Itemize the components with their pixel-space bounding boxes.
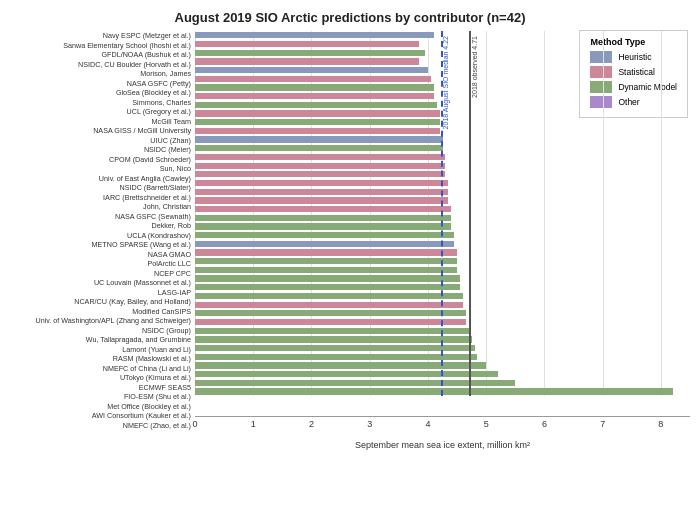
x-tick-label: 7 [600,419,605,429]
x-tick-label: 3 [367,419,372,429]
bar [195,267,457,273]
bar [195,328,469,334]
y-axis-label: Lamont (Yuan and Li) [10,345,195,355]
y-axis-label: NCEP CPC [10,269,195,279]
y-axis-label: Modified CanSIPS [10,307,195,317]
y-axis-label: NCAR/CU (Kay, Bailey, and Holland) [10,297,195,307]
y-axis-label: McGill Team [10,117,195,127]
y-axis-label: Simmons, Charles [10,98,195,108]
y-axis-label: UCLA (Kondrashov) [10,231,195,241]
y-axis-label: Wu, Tallapragada, and Grumbine [10,335,195,345]
y-axis-label: METNO SPARSE (Wang et al.) [10,240,195,250]
y-axis-label: NMEFC of China (Li and Li) [10,364,195,374]
bar [195,215,451,221]
y-axis-label: ECMWF SEAS5 [10,383,195,393]
bar [195,319,466,325]
x-axis-label: September mean sea ice extent, million k… [195,438,690,450]
x-tick-label: 1 [251,419,256,429]
bar [195,293,463,299]
bar [195,336,472,342]
bar [195,102,437,108]
bar [195,380,515,386]
bar [195,241,454,247]
chart-container: August 2019 SIO Arctic predictions by co… [0,0,700,509]
x-tick-label: 4 [425,419,430,429]
x-tick-label: 2 [309,419,314,429]
bar [195,371,498,377]
bar [195,93,434,99]
bar [195,110,440,116]
y-axis-label: Dekker, Rob [10,221,195,231]
y-axis-label: RASM (Maslowski et al.) [10,354,195,364]
x-tick-label: 8 [658,419,663,429]
y-axis-label: NASA GSFC (Sewnath) [10,212,195,222]
bar [195,206,451,212]
x-tick-label: 5 [484,419,489,429]
x-tick-label: 6 [542,419,547,429]
y-axis-label: GloSea (Blockley et al.) [10,88,195,98]
bar [195,136,443,142]
y-axis-label: NSIDC, CU Boulder (Horvath et al.) [10,60,195,70]
bar [195,354,477,360]
y-axis-label: Morison, James [10,69,195,79]
bar [195,345,475,351]
bar [195,197,448,203]
y-axis-label: UCL (Gregory et al.) [10,107,195,117]
bar [195,154,445,160]
y-axis-label: NMEFC (Zhao, et al.) [10,421,195,431]
y-axis-label: CPOM (David Schroeder) [10,155,195,165]
y-axis-label: Univ. of East Anglia (Cawley) [10,174,195,184]
bar [195,50,425,56]
bars-and-grid: 2018 observed 4.71 2018 August SIO media… [195,31,690,416]
bar [195,310,466,316]
bar [195,119,440,125]
bar [195,32,434,38]
y-axis-label: UTokyo (Kimura et al.) [10,373,195,383]
chart-title: August 2019 SIO Arctic predictions by co… [10,10,690,25]
bar [195,258,457,264]
bar [195,388,673,394]
bar [195,302,463,308]
y-axis-label: IARC (Brettschneider et al.) [10,193,195,203]
bar [195,84,434,90]
bar [195,284,460,290]
bar [195,232,454,238]
x-axis: 012345678 [195,416,690,436]
bar [195,163,445,169]
bar [195,58,419,64]
y-axis-label: Univ. of Washington/APL (Zhang and Schwe… [10,316,195,326]
bar [195,180,448,186]
y-axis-label: Sanwa Elementary School (Ihoshi et al.) [10,41,195,51]
y-axis-label: UC Louvain (Massonnet et al.) [10,278,195,288]
chart-area: Navy ESPC (Metzger et al.)Sanwa Elementa… [10,31,690,450]
y-axis-label: PolArctic LLC [10,259,195,269]
y-axis-label: NSIDC (Meier) [10,145,195,155]
y-axis-label: Met Office (Blockley et al.) [10,402,195,412]
y-axis-label: LASG-IAP [10,288,195,298]
bar [195,145,443,151]
bar [195,67,428,73]
y-axis-label: NSIDC (Barrett/Slater) [10,183,195,193]
bar [195,189,448,195]
y-axis-labels: Navy ESPC (Metzger et al.)Sanwa Elementa… [10,31,195,450]
y-axis-label: Sun, Nico [10,164,195,174]
bar [195,275,460,281]
bar [195,171,445,177]
plot-area: 2018 observed 4.71 2018 August SIO media… [195,31,690,450]
y-axis-label: UIUC (Zhan) [10,136,195,146]
y-axis-label: NASA GSFC (Petty) [10,79,195,89]
y-axis-label: John, Christian [10,202,195,212]
y-axis-label: AWI Consortium (Kauker et al.) [10,411,195,421]
y-axis-label: GFDL/NOAA (Bushuk et al.) [10,50,195,60]
y-axis-label: NASA GMAO [10,250,195,260]
y-axis-label: NSIDC (Group) [10,326,195,336]
y-axis-label: FIO-ESM (Shu et al.) [10,392,195,402]
bar [195,76,431,82]
y-axis-label: Navy ESPC (Metzger et al.) [10,31,195,41]
x-tick-label: 0 [192,419,197,429]
bar [195,41,419,47]
bar [195,223,451,229]
bar [195,249,457,255]
y-axis-label: NASA GISS / McGill University [10,126,195,136]
bar [195,128,440,134]
